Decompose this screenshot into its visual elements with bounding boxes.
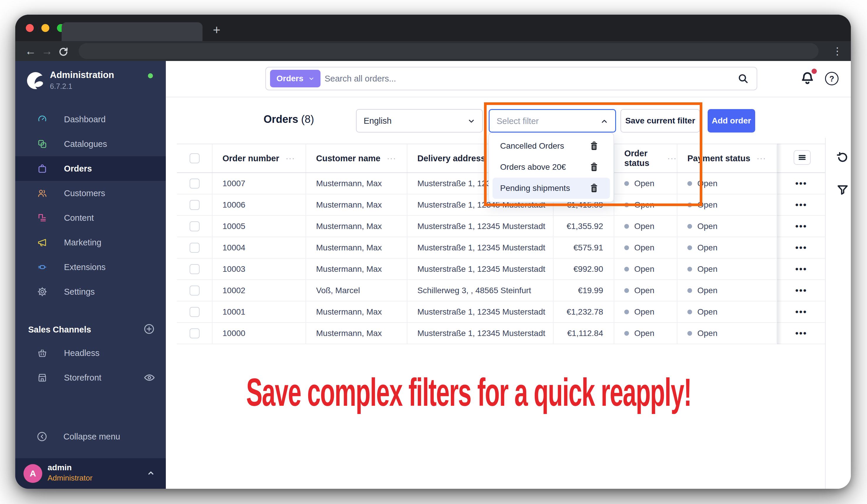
sidebar-item-label: Marketing [64, 238, 101, 248]
row-context-menu-button[interactable]: ••• [777, 173, 825, 194]
column-customer-name[interactable]: Customer name··· [306, 144, 407, 172]
column-menu-icon[interactable]: ··· [667, 154, 677, 163]
cell-amount: €992.90 [554, 259, 614, 280]
window-controls[interactable] [26, 24, 65, 32]
column-settings-button[interactable] [794, 150, 811, 165]
column-label: Delivery address [417, 154, 485, 163]
address-bar[interactable] [79, 43, 818, 59]
sidebar-item-label: Dashboard [64, 114, 106, 124]
payment-status-text: Open [697, 329, 718, 338]
collapse-menu-button[interactable]: Collapse menu [15, 424, 166, 449]
cell-delivery-address: Schillerweg 3, , 48565 Steinfurt [407, 280, 554, 301]
storefront-icon [37, 372, 47, 383]
table-row[interactable]: 10003 Mustermann, Max Musterstraße 1, 12… [177, 259, 825, 280]
reload-icon [57, 46, 69, 58]
cell-delivery-address: Musterstraße 1, 12345 Musterstadt [407, 302, 554, 322]
sidebar-item-headless[interactable]: Headless [15, 341, 166, 365]
hamburger-icon [797, 152, 807, 162]
preview-eye-icon[interactable] [143, 372, 156, 384]
save-current-filter-button[interactable]: Save current filter [620, 109, 700, 132]
table-row[interactable]: 10004 Mustermann, Max Musterstraße 1, 12… [177, 237, 825, 259]
row-checkbox[interactable] [190, 307, 200, 317]
help-button[interactable]: ? [825, 72, 838, 85]
row-context-menu-button[interactable]: ••• [777, 194, 825, 215]
sidebar-item-settings[interactable]: Settings [15, 280, 166, 304]
row-context-menu-button[interactable]: ••• [777, 323, 825, 344]
refresh-icon[interactable] [836, 151, 849, 164]
cell-order-number: 10004 [213, 237, 306, 258]
back-button[interactable]: ← [22, 45, 39, 57]
global-search[interactable]: Orders Search all orders... [265, 67, 757, 90]
row-context-menu-button[interactable]: ••• [777, 302, 825, 322]
trash-icon[interactable] [589, 141, 599, 151]
add-order-button[interactable]: Add order [708, 109, 755, 132]
user-footer[interactable]: A admin Administrator [15, 458, 166, 489]
row-checkbox[interactable] [190, 178, 200, 188]
row-checkbox[interactable] [190, 328, 200, 338]
filter-placeholder: Select filter [496, 110, 538, 132]
sidebar-item-extensions[interactable]: Extensions [15, 255, 166, 280]
payment-status-text: Open [697, 264, 718, 274]
trash-icon[interactable] [589, 162, 599, 172]
sidebar-item-marketing[interactable]: Marketing [15, 230, 166, 255]
add-sales-channel-icon[interactable] [143, 323, 155, 335]
sales-channels-label: Sales Channels [28, 325, 91, 335]
sidebar-item-catalogues[interactable]: Catalogues [15, 132, 166, 156]
saved-filter-option-pending-shipments[interactable]: Pending shipments [492, 178, 610, 199]
cell-customer-name: Mustermann, Max [306, 237, 407, 258]
status-dot [687, 245, 692, 250]
close-window-button[interactable] [26, 24, 34, 32]
saved-filter-option-orders-above-20[interactable]: Orders above 20€ [492, 156, 610, 178]
column-payment-status[interactable]: Payment status··· [677, 144, 777, 172]
search-scope-pill[interactable]: Orders [270, 70, 321, 87]
cell-customer-name: Mustermann, Max [306, 323, 407, 344]
row-checkbox[interactable] [190, 221, 200, 231]
row-context-menu-button[interactable]: ••• [777, 237, 825, 258]
trash-icon[interactable] [589, 183, 599, 194]
row-checkbox[interactable] [190, 286, 200, 296]
sidebar-item-dashboard[interactable]: Dashboard [15, 107, 166, 132]
table-row[interactable]: 10001 Mustermann, Max Musterstraße 1, 12… [177, 302, 825, 323]
sidebar-item-content[interactable]: Content [15, 206, 166, 230]
customers-icon [37, 188, 47, 198]
sidebar-item-label: Orders [64, 164, 92, 174]
column-order-number[interactable]: Order number··· [213, 144, 306, 172]
column-order-status[interactable]: Order status··· [614, 144, 677, 172]
browser-tab[interactable] [62, 22, 203, 41]
row-checkbox[interactable] [190, 200, 200, 210]
status-dot [624, 181, 629, 186]
browser-menu-button[interactable]: ⋮ [832, 45, 843, 57]
dashboard-icon [37, 114, 47, 124]
column-menu-icon[interactable]: ··· [286, 154, 295, 163]
sidebar-menu: Dashboard Catalogues Orders [15, 107, 166, 304]
row-checkbox[interactable] [190, 264, 200, 274]
user-role: Administrator [47, 473, 93, 483]
sidebar-item-orders[interactable]: Orders [15, 156, 166, 181]
language-select[interactable]: English [356, 109, 483, 132]
forward-button[interactable]: → [39, 45, 55, 57]
row-context-menu-button[interactable]: ••• [777, 280, 825, 301]
search-icon[interactable] [737, 73, 749, 85]
column-menu-icon[interactable]: ··· [387, 154, 396, 163]
chevron-up-icon [600, 117, 609, 126]
table-row[interactable]: 10002 Voß, Marcel Schillerweg 3, , 48565… [177, 280, 825, 302]
column-menu-icon[interactable]: ··· [757, 154, 766, 163]
row-checkbox[interactable] [190, 243, 200, 253]
minimize-window-button[interactable] [41, 24, 49, 32]
sidebar-item-customers[interactable]: Customers [15, 181, 166, 206]
table-row[interactable]: 10000 Mustermann, Max Musterstraße 1, 12… [177, 323, 825, 344]
payment-status-text: Open [697, 307, 718, 317]
reload-button[interactable] [55, 44, 72, 58]
cell-amount: €19.99 [554, 280, 614, 301]
row-context-menu-button[interactable]: ••• [777, 216, 825, 237]
row-context-menu-button[interactable]: ••• [777, 259, 825, 280]
table-row[interactable]: 10005 Mustermann, Max Musterstraße 1, 12… [177, 216, 825, 237]
cell-amount: €575.91 [554, 237, 614, 258]
sidebar-item-storefront[interactable]: Storefront [15, 365, 166, 390]
select-all-checkbox[interactable] [190, 153, 200, 163]
filter-select[interactable]: Select filter [489, 109, 616, 132]
language-value: English [364, 110, 392, 132]
filter-funnel-icon[interactable] [836, 184, 849, 196]
saved-filter-option-cancelled-orders[interactable]: Cancelled Orders [492, 135, 610, 156]
new-tab-button[interactable]: + [208, 21, 225, 39]
